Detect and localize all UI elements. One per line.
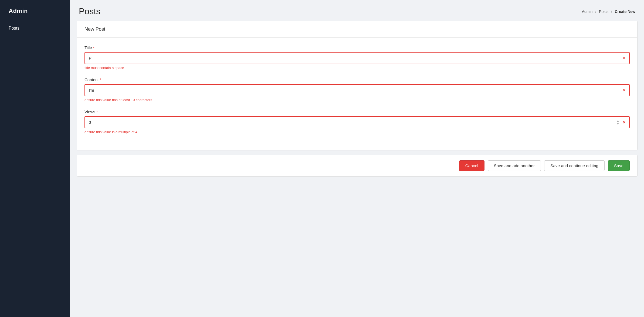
title-form-group: Title * ✕ title must contain a space	[84, 45, 630, 70]
content-input[interactable]	[84, 84, 630, 96]
title-input-wrapper: ✕	[84, 52, 630, 64]
main-content: Posts Admin / Posts / Create New New Pos…	[70, 0, 644, 317]
form-card-title: New Post	[84, 26, 630, 32]
form-card: New Post Title * ✕ title must contain a …	[77, 21, 638, 150]
title-input[interactable]	[84, 52, 630, 64]
title-required-star: *	[93, 46, 94, 50]
views-clear-button[interactable]: ✕	[622, 120, 626, 125]
views-label: Views *	[84, 109, 630, 114]
breadcrumb-admin: Admin	[582, 9, 593, 14]
title-error: title must contain a space	[84, 66, 630, 70]
save-continue-editing-button[interactable]: Save and continue editing	[544, 160, 605, 171]
breadcrumb: Admin / Posts / Create New	[582, 9, 635, 14]
breadcrumb-create-new: Create New	[615, 9, 635, 14]
cancel-button[interactable]: Cancel	[459, 160, 484, 171]
content-required-star: *	[100, 78, 101, 82]
content-clear-button[interactable]: ✕	[622, 88, 626, 93]
breadcrumb-posts: Posts	[599, 9, 608, 14]
form-card-body: Title * ✕ title must contain a space Con…	[77, 38, 637, 150]
views-spinners: ▲ ▼	[616, 119, 620, 125]
save-button[interactable]: Save	[608, 160, 630, 171]
sidebar-title: Admin	[0, 0, 70, 22]
main-header: Posts Admin / Posts / Create New	[70, 0, 644, 21]
actions-card: Cancel Save and add another Save and con…	[77, 155, 638, 177]
sidebar: Admin Posts	[0, 0, 70, 317]
sidebar-item-posts[interactable]: Posts	[0, 22, 70, 35]
views-required-star: *	[96, 110, 98, 114]
views-increment-button[interactable]: ▲	[616, 119, 620, 122]
breadcrumb-sep-1: /	[595, 9, 596, 14]
views-form-group: Views * ▲ ▼ ✕ ensure this value is a mul…	[84, 109, 630, 134]
content-label: Content *	[84, 77, 630, 82]
title-clear-button[interactable]: ✕	[622, 56, 626, 61]
page-title: Posts	[79, 6, 100, 16]
views-decrement-button[interactable]: ▼	[616, 122, 620, 125]
content-form-group: Content * ✕ ensure this value has at lea…	[84, 77, 630, 102]
form-card-header: New Post	[77, 21, 637, 38]
views-input[interactable]	[84, 116, 630, 128]
views-input-wrapper: ▲ ▼ ✕	[84, 116, 630, 128]
title-label: Title *	[84, 45, 630, 50]
content-input-wrapper: ✕	[84, 84, 630, 96]
content-error: ensure this value has at least 10 charac…	[84, 98, 630, 102]
breadcrumb-sep-2: /	[611, 9, 612, 14]
views-error: ensure this value is a multiple of 4	[84, 130, 630, 134]
save-add-another-button[interactable]: Save and add another	[488, 160, 541, 171]
